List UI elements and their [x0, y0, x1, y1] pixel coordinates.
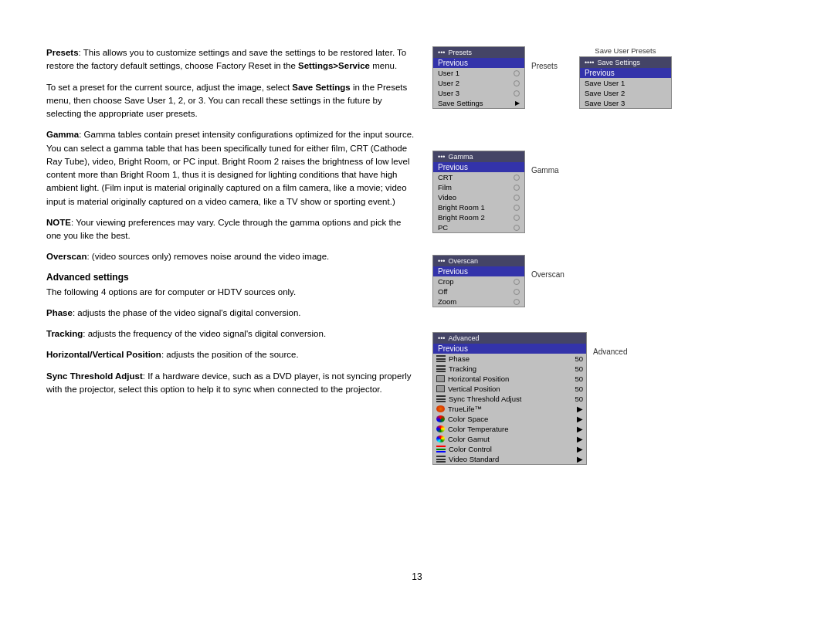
truelife-label: TrueLife™ — [448, 405, 482, 413]
advanced-vpos[interactable]: Vertical Position 50 — [433, 384, 586, 394]
save-settings-title-bar: •••• Save Settings — [580, 57, 671, 68]
gamma-menu: ••• Gamma Previous CRT Film Video Bright… — [432, 151, 525, 233]
save-user2[interactable]: Save User 2 — [580, 88, 671, 98]
advanced-label: Advanced — [593, 347, 627, 356]
colorgamut-arrow: ▶ — [577, 435, 583, 443]
radio-user3 — [514, 90, 520, 97]
hpos-value: 50 — [575, 375, 583, 383]
overscan-paragraph: Overscan: (video sources only) removes n… — [46, 250, 417, 263]
colorspace-label: Color Space — [448, 415, 488, 423]
radio-crop — [514, 279, 520, 285]
advanced-videostandard[interactable]: Video Standard ▶ — [433, 454, 586, 464]
sync-value: 50 — [575, 395, 583, 403]
presets-save-settings[interactable]: Save Settings ▶ — [433, 98, 524, 108]
colortemp-icon — [436, 425, 445, 432]
advanced-colorcontrol[interactable]: Color Control ▶ — [433, 444, 586, 454]
presets-title: Presets — [448, 49, 472, 56]
advanced-colorspace[interactable]: Color Space ▶ — [433, 414, 586, 424]
page-content: Presets: This allows you to customize se… — [46, 46, 788, 598]
left-column: Presets: This allows you to customize se… — [46, 46, 417, 404]
overscan-crop[interactable]: Crop — [433, 276, 524, 286]
advanced-hpos[interactable]: Horizontal Position 50 — [433, 374, 586, 384]
overscan-previous[interactable]: Previous — [433, 266, 524, 276]
videostandard-icon — [436, 456, 446, 463]
vpos-icon — [436, 385, 445, 392]
advanced-colortemp[interactable]: Color Temperature ▶ — [433, 424, 586, 434]
gamma-title-bar: ••• Gamma — [433, 151, 524, 162]
phase-value: 50 — [575, 354, 583, 363]
advanced-dots: ••• — [438, 334, 445, 342]
overscan-dots: ••• — [438, 257, 445, 265]
save-dots: •••• — [585, 59, 595, 66]
radio-off — [514, 289, 520, 295]
gamma-dots: ••• — [438, 153, 445, 161]
colorspace-icon — [436, 415, 445, 422]
presets-title-bar: ••• Presets — [433, 47, 524, 58]
sync-label: Sync Threshold Adjust — [449, 395, 521, 403]
gamma-paragraph: Gamma: Gamma tables contain preset inten… — [46, 128, 417, 208]
colorcontrol-icon — [436, 446, 446, 452]
sync-icon — [436, 395, 446, 402]
hpos-label: Horizontal Position — [448, 375, 509, 383]
advanced-previous[interactable]: Previous — [433, 344, 586, 354]
colortemp-label: Color Temperature — [448, 425, 509, 433]
videostandard-arrow: ▶ — [577, 455, 583, 463]
save-previous[interactable]: Previous — [580, 68, 671, 78]
advanced-colorgamut[interactable]: Color Gamut ▶ — [433, 434, 586, 444]
gamma-film[interactable]: Film — [433, 182, 524, 192]
advanced-title: Advanced — [448, 334, 479, 342]
gamma-pc[interactable]: PC — [433, 222, 524, 232]
overscan-off[interactable]: Off — [433, 286, 524, 297]
save-user-presets-label: Save User Presets — [579, 46, 672, 55]
advanced-truelife[interactable]: TrueLife™ ▶ — [433, 404, 586, 414]
gamma-brightroom2[interactable]: Bright Room 2 — [433, 212, 524, 222]
advanced-phase[interactable]: Phase 50 — [433, 354, 586, 364]
radio-film — [514, 185, 520, 191]
phase-icon — [436, 355, 446, 362]
gamma-title: Gamma — [448, 153, 473, 161]
presets-user2[interactable]: User 2 — [433, 78, 524, 88]
presets-paragraph: Presets: This allows you to customize se… — [46, 46, 417, 73]
page-number: 13 — [412, 571, 422, 582]
advanced-section: ••• Advanced Previous Phase 50 Tracking — [432, 332, 627, 465]
save-user1[interactable]: Save User 1 — [580, 78, 671, 88]
save-user3[interactable]: Save User 3 — [580, 98, 671, 108]
radio-pc — [514, 225, 520, 231]
save-user-presets-section: Save User Presets •••• Save Settings Pre… — [579, 46, 672, 109]
gamma-brightroom1[interactable]: Bright Room 1 — [433, 202, 524, 212]
presets-user1[interactable]: User 1 — [433, 68, 524, 78]
truelife-icon — [436, 405, 445, 412]
videostandard-label: Video Standard — [449, 455, 499, 463]
radio-brightroom1 — [514, 205, 520, 211]
radio-user2 — [514, 80, 520, 86]
phase-paragraph: Phase: adjusts the phase of the video si… — [46, 307, 417, 320]
radio-brightroom2 — [514, 215, 520, 221]
overscan-zoom[interactable]: Zoom — [433, 297, 524, 307]
presets-dots: ••• — [438, 49, 445, 56]
advanced-menu: ••• Advanced Previous Phase 50 Tracking — [432, 332, 587, 465]
advanced-settings-heading: Advanced settings — [46, 272, 417, 283]
save-settings-arrow: ▶ — [515, 100, 520, 107]
colorspace-arrow: ▶ — [577, 415, 583, 423]
gamma-previous[interactable]: Previous — [433, 162, 524, 172]
colortemp-arrow: ▶ — [577, 425, 583, 433]
vpos-label: Vertical Position — [448, 385, 500, 393]
gamma-section: ••• Gamma Previous CRT Film Video Bright… — [432, 151, 559, 233]
presets-previous[interactable]: Previous — [433, 58, 524, 68]
advanced-tracking[interactable]: Tracking 50 — [433, 364, 586, 374]
gamma-video[interactable]: Video — [433, 192, 524, 202]
note-paragraph: NOTE: Your viewing preferences may vary.… — [46, 216, 417, 243]
phase-label: Phase — [449, 354, 470, 363]
tracking-icon — [436, 365, 446, 372]
tracking-value: 50 — [575, 364, 583, 373]
overscan-menu: ••• Overscan Previous Crop Off Zoom — [432, 255, 525, 307]
overscan-section: ••• Overscan Previous Crop Off Zoom Over… — [432, 255, 564, 307]
truelife-arrow: ▶ — [577, 405, 583, 413]
presets-user3[interactable]: User 3 — [433, 88, 524, 98]
gamma-crt[interactable]: CRT — [433, 172, 524, 182]
hpos-icon — [436, 375, 445, 382]
radio-video — [514, 195, 520, 201]
overscan-label: Overscan — [531, 270, 564, 279]
radio-zoom — [514, 299, 520, 305]
advanced-sync[interactable]: Sync Threshold Adjust 50 — [433, 394, 586, 404]
